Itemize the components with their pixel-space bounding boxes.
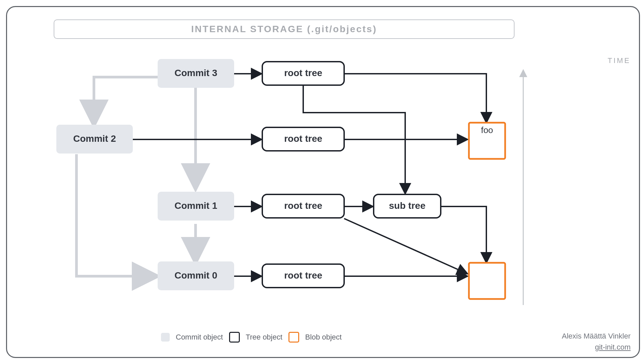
legend-swatch-blob — [288, 332, 299, 343]
svg-text:sub tree: sub tree — [389, 200, 426, 211]
tree-labels: root tree root tree root tree root tree … — [284, 68, 425, 281]
object-graph: Commit 3 Commit 2 Commit 1 Commit 0 root… — [0, 0, 644, 362]
svg-text:root tree: root tree — [284, 270, 322, 281]
legend-swatch-commit — [161, 333, 170, 342]
ref-edges — [131, 74, 486, 276]
blob-foo-label: foo — [481, 125, 493, 135]
credit-author: Alexis Määttä Vinkler — [562, 330, 631, 342]
tree-nodes — [262, 62, 441, 288]
credit-site: git-init.com — [562, 342, 631, 353]
legend: Commit object Tree object Blob object — [161, 332, 342, 343]
parent-edges — [76, 77, 196, 276]
commit2-label: Commit 2 — [73, 133, 116, 144]
legend-tree: Tree object — [246, 333, 282, 342]
credit: Alexis Määttä Vinkler git-init.com — [562, 330, 631, 353]
svg-rect-21 — [469, 263, 505, 299]
commit3-label: Commit 3 — [174, 68, 217, 78]
svg-text:root tree: root tree — [284, 200, 322, 211]
svg-text:root tree: root tree — [284, 68, 322, 78]
legend-swatch-tree — [229, 332, 240, 343]
commit-nodes: Commit 3 Commit 2 Commit 1 Commit 0 — [56, 59, 234, 290]
svg-text:root tree: root tree — [284, 133, 322, 144]
legend-commit: Commit object — [176, 333, 223, 342]
legend-blob: Blob object — [305, 333, 342, 342]
time-label: TIME — [607, 56, 631, 65]
commit0-label: Commit 0 — [174, 270, 217, 281]
commit1-label: Commit 1 — [174, 200, 217, 211]
